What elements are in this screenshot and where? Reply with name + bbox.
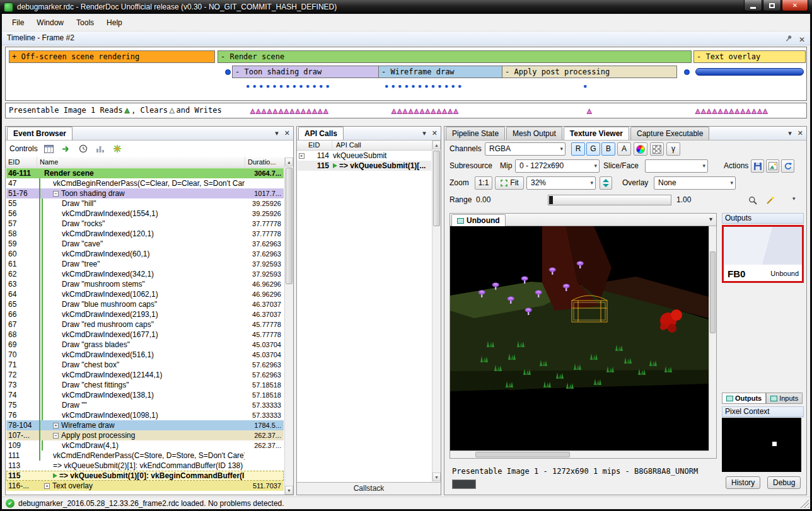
event-row[interactable]: 63Draw "mushroom stems"46.96296	[6, 279, 284, 289]
scroll-down-icon[interactable]: ▼	[432, 473, 441, 481]
preview-vertical-scrollbar[interactable]	[709, 226, 716, 451]
pixel-context-view[interactable]	[722, 418, 801, 472]
flip-y-button[interactable]	[600, 176, 612, 190]
panel-close-icon[interactable]: ✕	[284, 129, 290, 137]
checkerboard-background-button[interactable]	[650, 142, 664, 156]
panel-menu-icon[interactable]: ▾	[275, 129, 279, 137]
sidebar-tab-inputs[interactable]: Inputs	[766, 393, 803, 404]
event-row[interactable]: 67Draw "red mushroom caps"45.77778	[6, 319, 284, 330]
range-slider[interactable]	[548, 195, 671, 205]
pin-icon[interactable]	[786, 33, 792, 47]
tab-unbound[interactable]: Unbound	[451, 214, 506, 226]
timeline-bar-post-processing[interactable]: - Apply post processing	[502, 66, 677, 78]
wireframe-draw-dots[interactable]: ●●●●●●●●●●●●	[385, 82, 465, 89]
draw-marker-dot[interactable]	[225, 69, 231, 75]
event-row[interactable]: 76vkCmdDrawIndexed(1098,1)57.33333	[6, 410, 284, 420]
api-calls-column-headers[interactable]: EID API Call	[297, 141, 441, 151]
callstack-section[interactable]: Callstack	[297, 482, 441, 495]
tab-capture-executable[interactable]: Capture Executable	[630, 127, 709, 140]
event-row[interactable]: 68vkCmdDrawIndexed(1677,1)45.77778	[6, 330, 284, 340]
event-row[interactable]: 55Draw "hill"39.25926	[6, 198, 284, 209]
expand-icon[interactable]: +	[53, 423, 59, 428]
event-row[interactable]: 107-...−Apply post processing262.37...	[6, 430, 284, 440]
collapse-icon[interactable]: −	[53, 433, 59, 439]
text-overlay-draws-bar[interactable]	[695, 68, 804, 76]
zoom-percent-select[interactable]: 32%▾	[526, 176, 596, 190]
api-row[interactable]: 115=> vkQueueSubmit(1)[...	[298, 161, 431, 171]
tab-event-browser[interactable]: Event Browser	[7, 127, 72, 140]
event-row[interactable]: 73Draw "chest fittings"57.18518	[6, 380, 284, 390]
expand-icon[interactable]: +	[299, 153, 304, 159]
timeline-bar-text-overlay[interactable]: - Text overlay	[693, 50, 806, 63]
expand-icon[interactable]: +	[44, 483, 50, 489]
tab-texture-viewer[interactable]: Texture Viewer	[564, 127, 629, 140]
range-options-chevron-icon[interactable]: ▾	[792, 195, 796, 202]
mip-select[interactable]: 0 - 1272x690▾	[515, 159, 600, 173]
alpha-channel-button[interactable]: A	[617, 142, 631, 156]
scroll-up-icon[interactable]: ▲	[285, 158, 293, 166]
event-row[interactable]: 59Draw "cave"37.62963	[6, 239, 284, 249]
scroll-up-icon[interactable]: ▲	[432, 141, 441, 149]
find-event-icon[interactable]	[44, 144, 55, 154]
timeline-bar-toon-shading[interactable]: - Toon shading draw	[232, 66, 379, 78]
timeline-resource-usage[interactable]: Presentable Image 1 Reads▲, Clears▲and W…	[5, 103, 807, 118]
menu-item-tools[interactable]: Tools	[70, 16, 100, 30]
menu-item-help[interactable]: Help	[100, 16, 129, 30]
timeline-bar-wireframe[interactable]: - Wireframe draw	[378, 66, 502, 78]
zoom-1to1-button[interactable]: 1:1	[475, 176, 492, 190]
event-browser-column-headers[interactable]: EID Name Duratio...	[6, 157, 293, 168]
menu-item-file[interactable]: File	[6, 16, 30, 30]
debug-button[interactable]: Debug	[767, 476, 801, 489]
sidebar-tab-outputs[interactable]: Outputs	[722, 393, 766, 404]
stats-chart-icon[interactable]	[95, 144, 106, 154]
event-row[interactable]: 116-...+Text overlay511.7037	[6, 481, 284, 491]
close-button[interactable]: ✕	[782, 0, 808, 11]
color-wheel-button[interactable]	[634, 142, 647, 156]
slice-face-select[interactable]: ▾	[645, 159, 708, 173]
post-draw-dot[interactable]: ●	[583, 82, 590, 89]
panel-close-icon[interactable]: ✕	[432, 129, 438, 137]
refresh-button[interactable]	[781, 159, 794, 173]
event-row[interactable]: 51-76−Toon shading draw1017.7...	[6, 188, 284, 198]
writes-markers-group[interactable]: ▲	[587, 104, 593, 118]
timeline-chart[interactable]: + Off-screen scene rendering - Render sc…	[5, 47, 807, 101]
scrollbar-thumb[interactable]	[475, 452, 570, 457]
event-row[interactable]: 74vkCmdDrawIndexed(138,1)57.18518	[6, 390, 284, 400]
event-row[interactable]: 109vkCmdDraw(4,1)262.37...	[6, 440, 284, 451]
event-row[interactable]: 46-111Render scene3064.7...	[6, 168, 284, 178]
bookmark-star-icon[interactable]	[112, 144, 123, 154]
scrollbar-thumb[interactable]	[433, 151, 440, 226]
zoom-range-button[interactable]	[746, 193, 760, 207]
goto-eid-icon[interactable]	[61, 144, 72, 154]
autofit-range-button[interactable]	[763, 193, 777, 207]
scrollbar-thumb[interactable]	[286, 168, 293, 284]
tab-pipeline-state[interactable]: Pipeline State	[446, 127, 505, 140]
event-row[interactable]: 56vkCmdDrawIndexed(1554,1)39.25926	[6, 209, 284, 219]
writes-markers-group[interactable]: ▲▲▲▲▲▲▲▲▲▲▲▲▲▲	[250, 104, 329, 118]
event-row[interactable]: 64vkCmdDrawIndexed(1062,1)46.96296	[6, 289, 284, 299]
range-slider-thumb[interactable]	[549, 196, 553, 204]
tab-api-calls[interactable]: API Calls	[298, 127, 344, 140]
channels-select[interactable]: RGBA▾	[485, 142, 566, 156]
event-row[interactable]: 65Draw "blue mushroom caps"46.37037	[6, 299, 284, 309]
event-row[interactable]: 71Draw "chest box"57.62963	[6, 360, 284, 370]
timeline-bar-offscreen[interactable]: + Off-screen scene rendering	[9, 50, 215, 63]
tab-mesh-output[interactable]: Mesh Output	[506, 127, 562, 140]
api-row[interactable]: +114vkQueueSubmit	[298, 151, 431, 161]
event-row[interactable]: 75Draw ""57.33333	[6, 400, 284, 410]
event-row[interactable]: 62vkCmdDrawIndexed(342,1)37.92593	[6, 269, 284, 279]
event-row[interactable]: 115=> vkQueueSubmit(1)[0]: vkBeginComman…	[6, 471, 284, 481]
event-row[interactable]: 60vkCmdDrawIndexed(60,1)37.62963	[6, 249, 284, 259]
blue-channel-button[interactable]: B	[601, 142, 615, 156]
event-row[interactable]: 58vkCmdDrawIndexed(120,1)37.77778	[6, 229, 284, 239]
writes-markers-group[interactable]: ▲▲▲▲▲▲▲▲▲▲▲▲▲	[695, 104, 768, 118]
maximize-button[interactable]	[763, 0, 781, 11]
texture-list-chevron-icon[interactable]: ▾	[709, 215, 712, 222]
timeline-close-icon[interactable]: ✕	[799, 33, 805, 47]
resize-grip[interactable]	[800, 499, 809, 508]
time-durations-icon[interactable]	[78, 144, 89, 154]
scrollbar-thumb[interactable]	[710, 251, 716, 333]
texture-image[interactable]	[450, 226, 709, 451]
event-row[interactable]: 47vkCmdBeginRenderPass(C=Clear, D=Clear,…	[6, 178, 284, 188]
gamma-button[interactable]: γ	[666, 142, 680, 156]
